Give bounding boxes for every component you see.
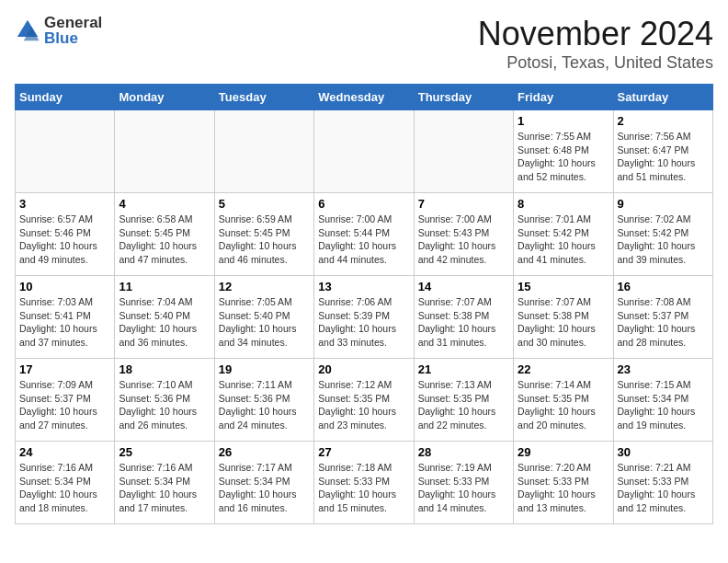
day-info: Sunrise: 7:11 AM Sunset: 5:36 PM Dayligh… [219,378,310,432]
day-info: Sunrise: 7:18 AM Sunset: 5:33 PM Dayligh… [318,461,409,515]
day-info: Sunrise: 7:21 AM Sunset: 5:33 PM Dayligh… [618,461,709,515]
day-of-week-header: Saturday [613,85,712,110]
day-info: Sunrise: 7:05 AM Sunset: 5:40 PM Dayligh… [219,295,310,350]
day-info: Sunrise: 7:12 AM Sunset: 5:35 PM Dayligh… [318,378,409,432]
day-info: Sunrise: 7:55 AM Sunset: 6:48 PM Dayligh… [518,130,609,184]
day-number: 20 [318,362,409,376]
day-info: Sunrise: 7:16 AM Sunset: 5:34 PM Dayligh… [19,461,110,515]
day-of-week-header: Thursday [414,85,513,110]
day-number: 12 [219,280,310,293]
calendar-day-cell: 17Sunrise: 7:09 AM Sunset: 5:37 PM Dayli… [16,359,115,442]
day-info: Sunrise: 7:13 AM Sunset: 5:35 PM Dayligh… [418,378,509,432]
day-number: 24 [19,445,110,459]
calendar-day-cell [414,110,513,193]
day-number: 10 [19,280,110,293]
calendar-day-cell [115,110,214,193]
calendar-day-cell: 7Sunrise: 7:00 AM Sunset: 5:43 PM Daylig… [414,193,513,276]
day-number: 22 [518,362,609,376]
day-info: Sunrise: 7:08 AM Sunset: 5:37 PM Dayligh… [618,295,709,350]
calendar-day-cell: 3Sunrise: 6:57 AM Sunset: 5:46 PM Daylig… [16,193,115,276]
day-number: 14 [418,280,509,293]
calendar-week-row: 3Sunrise: 6:57 AM Sunset: 5:46 PM Daylig… [16,193,713,276]
day-number: 6 [318,197,409,211]
day-number: 29 [518,445,609,459]
day-info: Sunrise: 7:17 AM Sunset: 5:34 PM Dayligh… [219,461,310,515]
calendar-day-cell: 27Sunrise: 7:18 AM Sunset: 5:33 PM Dayli… [314,442,414,524]
month-heading: November 2024 [478,15,713,53]
day-info: Sunrise: 7:00 AM Sunset: 5:43 PM Dayligh… [418,213,509,267]
calendar-day-cell: 9Sunrise: 7:02 AM Sunset: 5:42 PM Daylig… [613,193,712,276]
calendar-day-cell: 22Sunrise: 7:14 AM Sunset: 5:35 PM Dayli… [514,359,613,442]
day-info: Sunrise: 7:10 AM Sunset: 5:36 PM Dayligh… [119,378,210,432]
day-info: Sunrise: 7:16 AM Sunset: 5:34 PM Dayligh… [119,461,210,515]
logo-blue: Blue [44,30,102,46]
calendar-day-cell [16,110,115,193]
day-number: 5 [219,197,310,211]
calendar-day-cell: 19Sunrise: 7:11 AM Sunset: 5:36 PM Dayli… [214,359,313,442]
day-number: 13 [318,280,409,293]
calendar-day-cell: 30Sunrise: 7:21 AM Sunset: 5:33 PM Dayli… [613,442,712,524]
day-number: 15 [518,280,609,293]
day-of-week-header: Friday [514,85,613,110]
calendar-day-cell [314,110,414,193]
day-number: 11 [119,280,210,293]
day-number: 28 [418,445,509,459]
day-info: Sunrise: 7:07 AM Sunset: 5:38 PM Dayligh… [518,295,609,350]
day-number: 17 [19,362,110,376]
day-info: Sunrise: 7:19 AM Sunset: 5:33 PM Dayligh… [418,461,509,515]
calendar-day-cell: 21Sunrise: 7:13 AM Sunset: 5:35 PM Dayli… [414,359,513,442]
calendar-day-cell: 29Sunrise: 7:20 AM Sunset: 5:33 PM Dayli… [514,442,613,524]
calendar-day-cell: 26Sunrise: 7:17 AM Sunset: 5:34 PM Dayli… [214,442,313,524]
day-of-week-header: Tuesday [214,85,313,110]
day-info: Sunrise: 7:14 AM Sunset: 5:35 PM Dayligh… [518,378,609,432]
day-number: 30 [618,445,709,459]
logo-icon [15,17,40,43]
calendar-day-cell: 5Sunrise: 6:59 AM Sunset: 5:45 PM Daylig… [214,193,313,276]
calendar-day-cell: 12Sunrise: 7:05 AM Sunset: 5:40 PM Dayli… [214,276,313,359]
calendar-day-cell: 11Sunrise: 7:04 AM Sunset: 5:40 PM Dayli… [115,276,214,359]
day-of-week-header: Monday [115,85,214,110]
calendar-day-cell: 10Sunrise: 7:03 AM Sunset: 5:41 PM Dayli… [16,276,115,359]
day-number: 27 [318,445,409,459]
day-info: Sunrise: 7:02 AM Sunset: 5:42 PM Dayligh… [618,213,709,267]
day-info: Sunrise: 7:15 AM Sunset: 5:34 PM Dayligh… [618,378,709,432]
day-number: 21 [418,362,509,376]
day-number: 4 [119,197,210,211]
calendar-day-cell: 14Sunrise: 7:07 AM Sunset: 5:38 PM Dayli… [414,276,513,359]
calendar-header: SundayMondayTuesdayWednesdayThursdayFrid… [16,85,713,110]
calendar-day-cell: 1Sunrise: 7:55 AM Sunset: 6:48 PM Daylig… [514,110,613,193]
day-info: Sunrise: 7:09 AM Sunset: 5:37 PM Dayligh… [19,378,110,432]
calendar-day-cell: 15Sunrise: 7:07 AM Sunset: 5:38 PM Dayli… [514,276,613,359]
calendar-day-cell: 16Sunrise: 7:08 AM Sunset: 5:37 PM Dayli… [613,276,712,359]
logo: General Blue [15,15,102,46]
calendar-day-cell [214,110,313,193]
day-number: 1 [518,114,609,128]
header: General Blue November 2024 Potosi, Texas… [15,15,713,73]
calendar-day-cell: 4Sunrise: 6:58 AM Sunset: 5:45 PM Daylig… [115,193,214,276]
location-heading: Potosi, Texas, United States [478,53,713,73]
calendar-week-row: 1Sunrise: 7:55 AM Sunset: 6:48 PM Daylig… [16,110,713,193]
day-info: Sunrise: 7:06 AM Sunset: 5:39 PM Dayligh… [318,295,409,350]
calendar-day-cell: 24Sunrise: 7:16 AM Sunset: 5:34 PM Dayli… [16,442,115,524]
calendar-day-cell: 8Sunrise: 7:01 AM Sunset: 5:42 PM Daylig… [514,193,613,276]
day-number: 3 [19,197,110,211]
calendar-day-cell: 2Sunrise: 7:56 AM Sunset: 6:47 PM Daylig… [613,110,712,193]
calendar-week-row: 10Sunrise: 7:03 AM Sunset: 5:41 PM Dayli… [16,276,713,359]
month-title: November 2024 Potosi, Texas, United Stat… [478,15,713,73]
calendar-day-cell: 13Sunrise: 7:06 AM Sunset: 5:39 PM Dayli… [314,276,414,359]
day-info: Sunrise: 6:59 AM Sunset: 5:45 PM Dayligh… [219,213,310,267]
calendar-day-cell: 23Sunrise: 7:15 AM Sunset: 5:34 PM Dayli… [613,359,712,442]
calendar-table: SundayMondayTuesdayWednesdayThursdayFrid… [15,84,713,524]
day-of-week-header: Wednesday [314,85,414,110]
day-number: 7 [418,197,509,211]
calendar-body: 1Sunrise: 7:55 AM Sunset: 6:48 PM Daylig… [16,110,713,524]
calendar-header-row: SundayMondayTuesdayWednesdayThursdayFrid… [16,85,713,110]
calendar-day-cell: 25Sunrise: 7:16 AM Sunset: 5:34 PM Dayli… [115,442,214,524]
day-number: 9 [618,197,709,211]
day-number: 19 [219,362,310,376]
calendar-week-row: 17Sunrise: 7:09 AM Sunset: 5:37 PM Dayli… [16,359,713,442]
logo-text: General Blue [44,15,102,46]
day-info: Sunrise: 7:07 AM Sunset: 5:38 PM Dayligh… [418,295,509,350]
calendar-week-row: 24Sunrise: 7:16 AM Sunset: 5:34 PM Dayli… [16,442,713,524]
day-number: 25 [119,445,210,459]
